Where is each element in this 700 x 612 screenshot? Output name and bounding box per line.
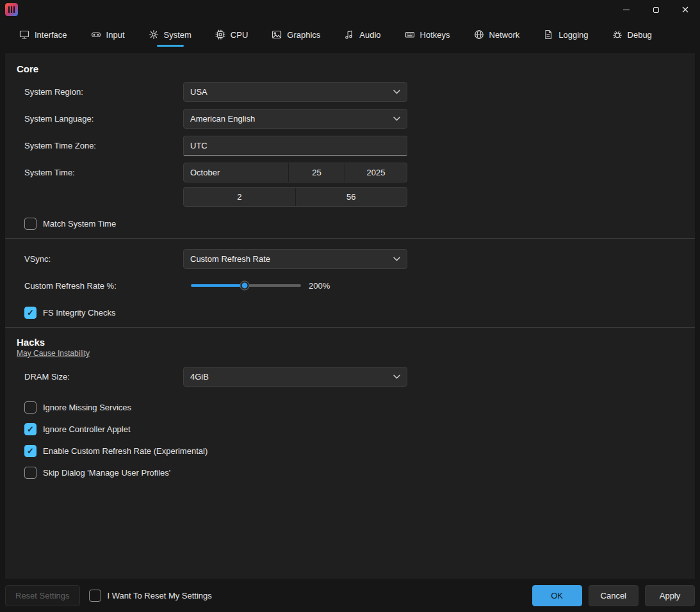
dialog-buttons: OK Cancel Apply bbox=[532, 585, 695, 606]
chevron-down-icon bbox=[393, 257, 400, 261]
close-icon bbox=[682, 6, 688, 13]
tab-label: Network bbox=[489, 30, 520, 40]
tab-label: Hotkeys bbox=[420, 30, 450, 40]
slider-fill bbox=[191, 284, 245, 287]
day-field[interactable]: 25 bbox=[289, 163, 345, 182]
tab-input[interactable]: Input bbox=[90, 26, 126, 44]
enable-custom-refresh-rate-row: ✓ Enable Custom Refresh Rate (Experiment… bbox=[24, 442, 683, 459]
reset-confirm-label: I Want To Reset My Settings bbox=[108, 591, 212, 600]
tab-interface[interactable]: Interface bbox=[18, 26, 69, 44]
fs-integrity-row: ✓ FS Integrity Checks bbox=[24, 304, 683, 321]
tab-cpu[interactable]: CPU bbox=[214, 26, 249, 44]
close-button[interactable] bbox=[671, 0, 700, 19]
document-icon bbox=[543, 29, 553, 40]
image-icon bbox=[272, 29, 282, 40]
ignore-controller-applet-checkbox[interactable]: ✓ bbox=[24, 423, 37, 435]
bug-icon bbox=[612, 29, 623, 40]
tab-graphics[interactable]: Graphics bbox=[270, 26, 322, 44]
match-system-time-checkbox[interactable]: ✓ bbox=[24, 218, 37, 230]
globe-icon bbox=[474, 29, 484, 40]
dram-size-value: 4GiB bbox=[190, 372, 209, 382]
system-time-zone-value: UTC bbox=[190, 141, 208, 150]
system-region-dropdown[interactable]: USA bbox=[183, 82, 407, 102]
match-system-time-row: ✓ Match System Time bbox=[24, 215, 683, 232]
cancel-button[interactable]: Cancel bbox=[589, 585, 639, 606]
core-heading: Core bbox=[17, 63, 683, 74]
ignore-controller-applet-row: ✓ Ignore Controller Applet bbox=[24, 421, 683, 437]
dram-size-dropdown[interactable]: 4GiB bbox=[183, 367, 407, 387]
tab-label: Logging bbox=[558, 30, 588, 40]
reset-confirm-row: ✓ I Want To Reset My Settings bbox=[89, 587, 212, 604]
enable-custom-refresh-rate-label: Enable Custom Refresh Rate (Experimental… bbox=[43, 446, 208, 456]
skip-dialog-checkbox[interactable]: ✓ bbox=[24, 467, 37, 479]
minimize-icon bbox=[623, 10, 630, 10]
hacks-heading: Hacks bbox=[17, 337, 683, 348]
enable-custom-refresh-rate-checkbox[interactable]: ✓ bbox=[24, 445, 37, 457]
tab-system[interactable]: System bbox=[147, 26, 193, 44]
checkmark-icon: ✓ bbox=[27, 425, 34, 433]
hour-field[interactable]: 2 bbox=[184, 188, 296, 206]
tab-label: Audio bbox=[359, 30, 380, 40]
system-region-label: System Region: bbox=[24, 87, 183, 97]
ignore-missing-services-row: ✓ Ignore Missing Services bbox=[24, 399, 683, 415]
custom-refresh-rate-slider[interactable] bbox=[191, 280, 301, 291]
minute-field[interactable]: 56 bbox=[296, 188, 407, 206]
skip-dialog-label: Skip Dialog 'Manage User Profiles' bbox=[43, 468, 170, 478]
hacks-warning: May Cause Instability bbox=[17, 349, 683, 358]
gamepad-icon bbox=[91, 29, 101, 40]
apply-button[interactable]: Apply bbox=[645, 585, 695, 606]
vsync-dropdown[interactable]: Custom Refresh Rate bbox=[183, 249, 407, 269]
fs-integrity-label: FS Integrity Checks bbox=[43, 308, 115, 318]
system-time-date-row: System Time: October 25 2025 bbox=[17, 159, 683, 186]
tab-debug[interactable]: Debug bbox=[611, 26, 653, 44]
custom-refresh-rate-label: Custom Refresh Rate %: bbox=[24, 281, 183, 291]
keyboard-icon bbox=[405, 29, 415, 40]
system-time-zone-input[interactable]: UTC bbox=[183, 136, 407, 156]
minimize-button[interactable] bbox=[612, 0, 641, 19]
tab-network[interactable]: Network bbox=[473, 26, 521, 44]
tab-hotkeys[interactable]: Hotkeys bbox=[403, 26, 452, 44]
vsync-value: Custom Refresh Rate bbox=[190, 254, 270, 264]
month-field[interactable]: October bbox=[184, 163, 289, 182]
tab-audio[interactable]: Audio bbox=[343, 26, 382, 44]
checkmark-icon: ✓ bbox=[27, 447, 34, 455]
tab-label: Debug bbox=[628, 30, 652, 40]
system-language-label: System Language: bbox=[24, 114, 183, 124]
maximize-button[interactable] bbox=[641, 0, 671, 19]
chevron-down-icon bbox=[393, 374, 400, 379]
checkmark-icon: ✓ bbox=[27, 309, 34, 317]
system-language-dropdown[interactable]: American English bbox=[183, 109, 407, 129]
tab-logging[interactable]: Logging bbox=[542, 26, 589, 44]
section-divider bbox=[5, 327, 695, 328]
custom-refresh-rate-value: 200% bbox=[309, 281, 330, 291]
title-bar bbox=[0, 0, 700, 19]
ignore-controller-applet-label: Ignore Controller Applet bbox=[43, 424, 131, 434]
system-clock-picker: 2 56 bbox=[183, 187, 407, 207]
year-field[interactable]: 2025 bbox=[345, 163, 407, 182]
system-time-clock-row: 2 56 bbox=[17, 183, 683, 210]
tab-label: Interface bbox=[35, 30, 67, 40]
system-region-value: USA bbox=[190, 87, 208, 97]
ignore-missing-services-label: Ignore Missing Services bbox=[43, 403, 131, 412]
fs-integrity-checkbox[interactable]: ✓ bbox=[24, 307, 37, 319]
reset-confirm-checkbox[interactable]: ✓ bbox=[89, 590, 101, 602]
settings-window: Interface Input System CPU Graphics Audi… bbox=[0, 0, 700, 612]
music-note-icon bbox=[344, 29, 354, 40]
tab-label: CPU bbox=[231, 30, 248, 40]
vsync-label: VSync: bbox=[24, 254, 183, 264]
footer-bar: Reset Settings ✓ I Want To Reset My Sett… bbox=[0, 579, 700, 612]
tab-label: System bbox=[164, 30, 191, 40]
chevron-down-icon bbox=[393, 117, 400, 121]
tab-label: Input bbox=[106, 30, 125, 40]
ok-button[interactable]: OK bbox=[532, 585, 582, 606]
tab-label: Graphics bbox=[287, 30, 320, 40]
cpu-icon bbox=[215, 29, 225, 40]
system-date-picker: October 25 2025 bbox=[183, 163, 407, 182]
slider-thumb[interactable] bbox=[241, 282, 249, 290]
system-region-row: System Region: USA bbox=[17, 78, 683, 105]
reset-settings-button[interactable]: Reset Settings bbox=[5, 585, 80, 606]
app-logo-icon bbox=[5, 3, 18, 16]
dram-size-row: DRAM Size: 4GiB bbox=[17, 363, 683, 390]
system-settings-panel: Core System Region: USA System Language:… bbox=[5, 53, 695, 579]
ignore-missing-services-checkbox[interactable]: ✓ bbox=[24, 401, 37, 414]
